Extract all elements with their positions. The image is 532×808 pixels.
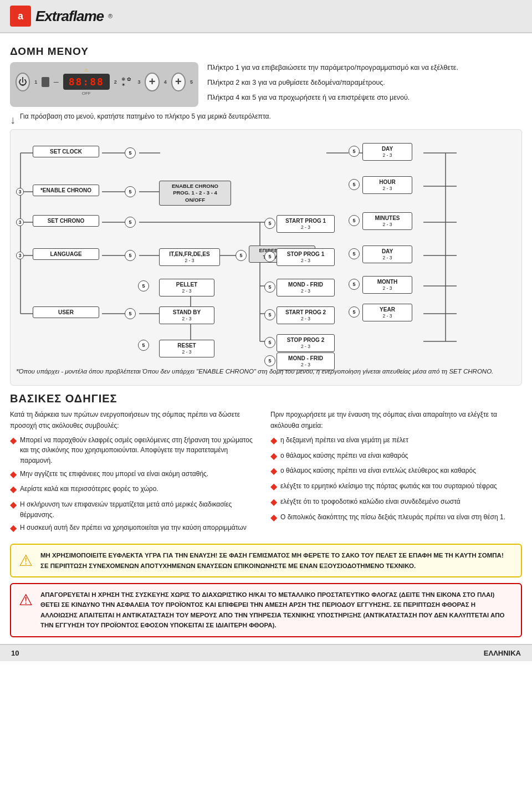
left-num-3c: 3 [16, 252, 24, 259]
danger-text-1: ΑΠΑΓΟΡΕΥΕΤΑΙ Η ΧΡΗΣΗ ΤΗΣ ΣΥΣΚΕΥΗΣ ΧΩΡΙΣ … [40, 590, 513, 631]
page-content: ΔΟΜΗ ΜΕΝΟΥ ⏻ 1 — ⚠ 88:88 OFF 2 ❄ ✿ ✶ 3 + [0, 33, 532, 637]
danger-icon-1: ⚠ [19, 591, 33, 609]
start-prog2-circle: 5 [264, 309, 275, 320]
panel-info-1: Πλήκτρο 1 για να επιβεβαιώσετε την παράμ… [207, 62, 522, 73]
minutes-node: MINUTES2 - 3 [362, 212, 412, 230]
warning-icon-1: ⚠ [19, 551, 33, 570]
left-bullet-3: ◆ Αερίστε καλά και περισσότερες φορές το… [10, 484, 262, 497]
rbullet-icon-4: ◆ [270, 480, 277, 494]
warning-text-1: ΜΗ ΧΡΗΣΙΜΟΠΟΙΕΙΤΕ ΕΥΦΛΕΚΤΑ ΥΓΡΑ ΓΙΑ ΤΗΝ … [40, 550, 513, 571]
right-bullet-6: ◆ Ο διπολικός διακόπτης της πίσω δεξιάς … [270, 512, 522, 525]
rbullet-icon-3: ◆ [270, 464, 277, 478]
panel-info: Πλήκτρο 1 για να επιβεβαιώσετε την παράμ… [207, 62, 522, 107]
control-panel-area: ⏻ 1 — ⚠ 88:88 OFF 2 ❄ ✿ ✶ 3 + 4 + 5 [10, 62, 522, 107]
logo-icon: a [10, 6, 31, 27]
rbullet-icon-5: ◆ [270, 495, 277, 509]
pellet-node: PELLET2 - 3 [159, 279, 214, 296]
left-bullet-4: ◆ Η σκλήρυνση των επιφανειών τερματίζετα… [10, 499, 262, 520]
right-bullet-5: ◆ ελέγξτε ότι το τροφοδοτικό καλώδιο είν… [270, 497, 522, 509]
tree-footnote: *Όπου υπάρχει - μοντέλα όπου προβλέπεται… [16, 367, 516, 376]
panel-image: ⏻ 1 — ⚠ 88:88 OFF 2 ❄ ✿ ✶ 3 + 4 + 5 [10, 62, 198, 107]
enable-chrono-sub-node: ENABLE CHRONOPROG. 1 - 2 - 3 - 4ON/OFF [159, 181, 231, 206]
right-bullet-1: ◆ η δεξαμενή πρέπει να είναι γεμάτη με π… [270, 435, 522, 448]
day-node: DAY2 - 3 [362, 143, 412, 161]
header: a Extraflame® [0, 0, 532, 33]
left-bullet-5: ◆ Η συσκευή αυτή δεν πρέπει να χρησιμοπο… [10, 523, 262, 535]
logo-reg: ® [108, 13, 112, 19]
mond-frid2-circle: 5 [264, 355, 275, 366]
user-circle: 5 [125, 308, 136, 319]
left-instruction-col: Κατά τη διάρκεια των πρώτων ενεργοποιήσε… [10, 410, 262, 538]
far-month-circle: 5 [349, 279, 360, 290]
right-instruction-col: Πριν προχωρήσετε με την έναυση της σόμπα… [270, 410, 522, 538]
basic-instructions-title: ΒΑΣΙΚΕΣ ΟΔΗΓΙΕΣ [10, 392, 522, 405]
language-node: LANGUAGE [33, 248, 99, 260]
stop-prog2-node: STOP PROG 22 - 3 [277, 334, 335, 352]
it-en-circle: 5 [236, 250, 247, 261]
start-prog1-circle: 5 [264, 218, 275, 229]
danger-box-1: ⚠ ΑΠΑΓΟΡΕΥΕΤΑΙ Η ΧΡΗΣΗ ΤΗΣ ΣΥΣΚΕΥΗΣ ΧΩΡΙ… [10, 583, 522, 637]
far-hour-circle: 5 [349, 179, 360, 190]
rbullet-icon-6: ◆ [270, 511, 277, 525]
start-prog1-node: START PROG 12 - 3 [277, 215, 335, 233]
basic-instructions-content: Κατά τη διάρκεια των πρώτων ενεργοποιήσε… [10, 410, 522, 538]
set-chrono-node: SET CHRONO [33, 215, 99, 227]
far-year-circle: 5 [349, 306, 360, 318]
menu-tree: 3 3 3 SET CLOCK 5 *ENABLE CHRONO 5 SET C… [10, 129, 522, 386]
set-clock-circle: 5 [125, 147, 136, 158]
bullet-icon-3: ◆ [10, 483, 17, 497]
stop-prog2-circle: 5 [264, 337, 275, 348]
stop-prog1-node: STOP PROG 12 - 3 [277, 248, 335, 266]
mond-frid1-node: MOND - FRID2 - 3 [277, 279, 335, 296]
bullet-icon-5: ◆ [10, 521, 17, 535]
stand-by-circle: 5 [138, 340, 149, 351]
it-en-node: IT,EN,FR,DE,ES2 - 3 [159, 248, 220, 266]
right-intro: Πριν προχωρήσετε με την έναυση της σόμπα… [270, 410, 522, 432]
plus-button2[interactable]: + [171, 73, 186, 91]
logo-text: Extraflame [35, 8, 104, 25]
logo: a Extraflame® [10, 6, 112, 27]
warning-box-1: ⚠ ΜΗ ΧΡΗΣΙΜΟΠΟΙΕΙΤΕ ΕΥΦΛΕΚΤΑ ΥΓΡΑ ΓΙΑ ΤΗ… [10, 544, 522, 577]
start-prog2-node: START PROG 22 - 3 [277, 306, 335, 324]
bullet-icon-4: ◆ [10, 498, 17, 520]
left-bullet-1: ◆ Μπορεί να παραχθούν ελαφρές οσμές οφει… [10, 435, 262, 466]
year-node: YEAR2 - 3 [362, 304, 412, 321]
arrow-down-icon: ↓ [10, 114, 16, 126]
user-node: USER [33, 306, 99, 318]
far-day2-circle: 5 [349, 248, 360, 259]
rbullet-icon-2: ◆ [270, 449, 277, 463]
enable-chrono-node: *ENABLE CHRONO [33, 185, 99, 196]
left-num-3b: 3 [16, 218, 24, 226]
panel-note: ↓ Για πρόσβαση στο μενού, κρατήστε πατημ… [10, 112, 522, 126]
panel-info-2: Πλήκτρα 2 και 3 για να ρυθμίσετε δεδομέν… [207, 77, 522, 88]
far-minutes-circle: 5 [349, 215, 360, 226]
set-chrono-circle: 5 [125, 217, 136, 228]
section-title: ΔΟΜΗ ΜΕΝΟΥ [10, 45, 522, 58]
set-clock-node: SET CLOCK [33, 146, 99, 157]
rbullet-icon-1: ◆ [270, 434, 277, 448]
mond-frid2-node: MOND - FRID2 - 3 [277, 352, 335, 370]
stand-by-node: STAND BY2 - 3 [159, 306, 214, 324]
power-button[interactable]: ⏻ [16, 73, 30, 91]
mond-frid1-circle: 5 [264, 282, 275, 293]
pellet-pre-circle: 5 [138, 280, 149, 292]
enable-chrono-circle: 5 [125, 186, 136, 197]
reset-node: RESET2 - 3 [159, 340, 214, 357]
right-bullet-4: ◆ ελέγξτε το ερμητικό κλείσιμο της πόρτα… [270, 481, 522, 494]
day2-node: DAY2 - 3 [362, 246, 412, 263]
language-circle: 5 [125, 250, 136, 261]
left-bullet-2: ◆ Μην αγγίζετε τις επιφάνειες που μπορεί… [10, 469, 262, 482]
right-bullet-2: ◆ ο θάλαμος καύσης πρέπει να είναι καθαρ… [270, 451, 522, 463]
panel-info-3: Πλήκτρα 4 και 5 για να προχωρήσετε ή να … [207, 92, 522, 103]
tree-diagram: 3 3 3 SET CLOCK 5 *ENABLE CHRONO 5 SET C… [16, 136, 526, 364]
panel-display: 88:88 [63, 74, 110, 90]
basic-intro-left: Κατά τη διάρκεια των πρώτων ενεργοποιήσε… [10, 410, 262, 432]
bullet-icon-1: ◆ [10, 434, 17, 466]
right-bullet-3: ◆ ο θάλαμος καύσης πρέπει να είναι εντελ… [270, 466, 522, 478]
plus-button[interactable]: + [145, 73, 159, 91]
month-node: MONTH2 - 3 [362, 276, 412, 294]
bullet-icon-2: ◆ [10, 468, 17, 482]
far-day-circle: 5 [349, 146, 360, 157]
page-footer: 10 ΕΛΛΗΝΙΚΑ [0, 644, 532, 661]
footer-language: ΕΛΛΗΝΙΚΑ [484, 649, 521, 657]
